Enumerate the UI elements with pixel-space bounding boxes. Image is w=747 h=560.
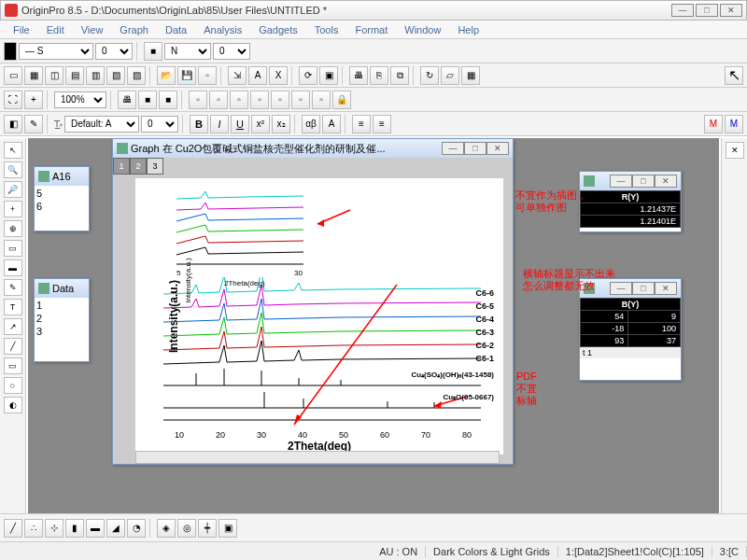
panel-max[interactable]: □: [632, 282, 655, 295]
region-tool[interactable]: ◐: [4, 397, 22, 413]
print-button[interactable]: 🖶: [349, 66, 368, 85]
add-layer-button[interactable]: +: [24, 91, 43, 109]
menu-window[interactable]: Window: [397, 22, 448, 37]
menu-file[interactable]: File: [6, 22, 37, 37]
tile-button[interactable]: ▦: [461, 66, 480, 85]
underline-button[interactable]: U: [231, 115, 249, 133]
lock-icon[interactable]: 🔒: [332, 91, 351, 109]
text-tool[interactable]: T: [4, 299, 22, 315]
worksheet-a16[interactable]: A16 56: [34, 166, 90, 231]
menu-analysis[interactable]: Analysis: [196, 22, 249, 37]
panel-close[interactable]: ✕: [655, 282, 677, 295]
template-button[interactable]: ▣: [218, 519, 237, 538]
import-ascii-button[interactable]: A: [248, 66, 267, 85]
duplicate-button[interactable]: ⧉: [390, 66, 409, 85]
font-color-button[interactable]: A: [322, 115, 341, 133]
align-center-button[interactable]: ≡: [373, 115, 391, 133]
graph-max-button[interactable]: □: [464, 142, 486, 155]
dock-toggle[interactable]: ✕: [726, 142, 744, 159]
btn-h[interactable]: ▫: [291, 91, 310, 109]
3d-plot-button[interactable]: ◈: [157, 519, 176, 538]
worksheet-data[interactable]: Data 1 2 3: [34, 278, 90, 362]
new-workbook-button[interactable]: ▦: [24, 66, 43, 85]
rect-tool[interactable]: ▭: [4, 357, 22, 374]
new-project-button[interactable]: ▭: [4, 66, 22, 85]
line-symbol-button[interactable]: ⊹: [45, 519, 63, 538]
scatter-plot-button[interactable]: ∴: [24, 519, 43, 538]
layer-tab-3[interactable]: 3: [147, 158, 163, 175]
unmask-button[interactable]: M: [725, 115, 743, 133]
graph-window[interactable]: Graph 在 Cu2O包覆碱式铜盐核壳型催化剂的研制及催... — □ ✕ 1…: [112, 138, 514, 465]
copy-page-button[interactable]: ⎘: [370, 66, 388, 85]
new-notes-button[interactable]: ▨: [127, 66, 146, 85]
zoom-in-tool[interactable]: 🔍: [4, 161, 22, 178]
marker-shape-select[interactable]: N: [164, 43, 211, 60]
draw-data-tool[interactable]: ✎: [4, 279, 22, 296]
panel-min[interactable]: —: [610, 175, 632, 188]
menu-tools[interactable]: Tools: [307, 22, 346, 37]
graph-scroll-h[interactable]: [135, 451, 500, 464]
menu-data[interactable]: Data: [158, 22, 194, 37]
pointer-tool[interactable]: ↖: [4, 142, 22, 159]
menu-format[interactable]: Format: [347, 22, 395, 37]
subscript-button[interactable]: x₂: [272, 115, 290, 133]
zoom-out-tool[interactable]: 🔎: [4, 181, 22, 198]
bold-button[interactable]: B: [190, 115, 208, 133]
col-header[interactable]: R(Y): [581, 191, 681, 203]
contour-button[interactable]: ◎: [177, 519, 196, 538]
mask-button[interactable]: M: [704, 115, 723, 133]
cascade-button[interactable]: ▱: [441, 66, 459, 85]
btn-f[interactable]: ▫: [250, 91, 269, 109]
stock-button[interactable]: ┿: [198, 519, 217, 538]
plot-area[interactable]: Intensity(a.u.) 2Theta(deg): [135, 178, 503, 455]
area-plot-button[interactable]: ◢: [106, 519, 125, 538]
recalc-button[interactable]: ⟳: [299, 66, 317, 85]
reader-tool[interactable]: +: [4, 201, 22, 217]
panel-close[interactable]: ✕: [655, 175, 677, 188]
menu-edit[interactable]: Edit: [39, 22, 72, 37]
data-panel-r[interactable]: — □ ✕ R(Y) 1.21437E 1.21401E: [579, 171, 682, 232]
zoom-select[interactable]: 100%: [54, 91, 106, 108]
sheet-tab[interactable]: t 1: [580, 347, 681, 358]
screen-reader-tool[interactable]: ⊕: [4, 220, 22, 237]
copy-format-button[interactable]: ✎: [24, 115, 43, 133]
btn-d[interactable]: ▫: [209, 91, 228, 109]
circle-tool[interactable]: ○: [4, 377, 22, 394]
menu-graph[interactable]: Graph: [112, 22, 156, 37]
close-button[interactable]: ✕: [720, 4, 742, 17]
menu-help[interactable]: Help: [450, 22, 486, 37]
save-button[interactable]: 💾: [177, 66, 196, 85]
menu-view[interactable]: View: [74, 22, 111, 37]
arrow-tool[interactable]: ↗: [4, 318, 22, 335]
graph-min-button[interactable]: —: [442, 142, 464, 155]
pie-plot-button[interactable]: ◔: [127, 519, 146, 538]
minimize-button[interactable]: —: [671, 4, 694, 17]
btn-c[interactable]: ▫: [189, 91, 207, 109]
layer-tab-1[interactable]: 1: [113, 158, 130, 175]
layer-tab-2[interactable]: 2: [130, 158, 147, 175]
graph-close-button[interactable]: ✕: [486, 142, 509, 155]
import-excel-button[interactable]: X: [269, 66, 288, 85]
new-graph-button[interactable]: ◫: [45, 66, 63, 85]
btn-i[interactable]: ▫: [312, 91, 331, 109]
col-header[interactable]: B(Y): [581, 299, 681, 311]
save-template-button[interactable]: ▫: [198, 66, 217, 85]
btn-a[interactable]: ■: [138, 91, 157, 109]
marker-fill-button[interactable]: ■: [144, 42, 162, 61]
btn-e[interactable]: ▫: [230, 91, 248, 109]
new-excel-button[interactable]: ▥: [86, 66, 105, 85]
line-width-select[interactable]: 0: [95, 43, 133, 60]
new-layout-button[interactable]: ▧: [106, 66, 125, 85]
italic-button[interactable]: I: [210, 115, 229, 133]
bar-plot-button[interactable]: ▬: [86, 519, 105, 538]
data-selector-tool[interactable]: ▭: [4, 240, 22, 257]
panel-max[interactable]: □: [632, 175, 655, 188]
font-select[interactable]: Default: A: [64, 116, 139, 133]
btn-b[interactable]: ■: [159, 91, 177, 109]
greek-button[interactable]: αβ: [302, 115, 320, 133]
line-style-select[interactable]: — S: [19, 43, 93, 60]
column-plot-button[interactable]: ▮: [65, 519, 84, 538]
marker-size-select[interactable]: 0: [213, 43, 250, 60]
new-matrix-button[interactable]: ▤: [65, 66, 84, 85]
btn-g[interactable]: ▫: [271, 91, 289, 109]
